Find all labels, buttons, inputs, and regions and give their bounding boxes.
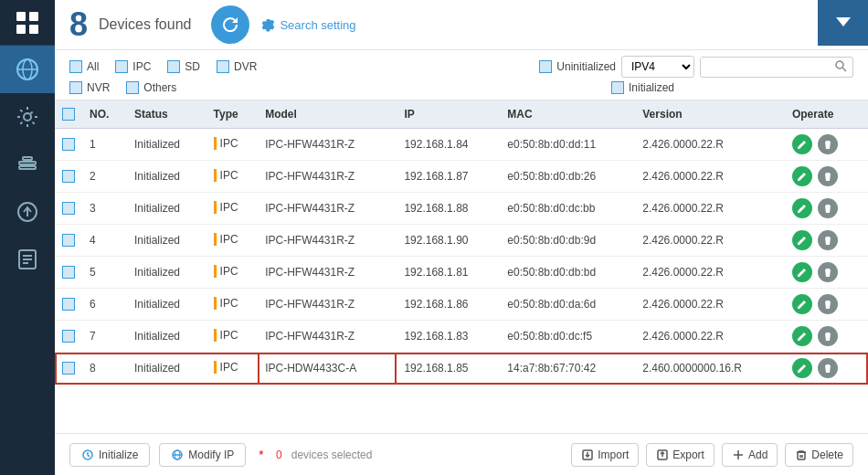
edit-icon <box>797 171 808 182</box>
row-no: 5 <box>82 257 127 289</box>
delete-icon <box>795 449 808 461</box>
row-delete-button[interactable] <box>818 198 838 218</box>
row-delete-button[interactable] <box>818 326 838 346</box>
top-right-indicator <box>818 0 868 46</box>
row-checkbox-cell <box>55 225 82 257</box>
filter-nvr-checkbox[interactable] <box>69 81 82 94</box>
row-mac: e0:50:8b:d0:db:bd <box>500 257 635 289</box>
refresh-button[interactable] <box>211 5 249 44</box>
filter-ipc[interactable]: IPC <box>115 60 151 73</box>
row-checkbox-cell <box>55 193 82 225</box>
filter-dvr[interactable]: DVR <box>217 60 257 73</box>
delete-label: Delete <box>811 449 843 461</box>
col-status: Status <box>127 100 206 129</box>
add-button[interactable]: Add <box>722 443 778 467</box>
sidebar-item-logs[interactable] <box>0 236 55 283</box>
row-type: IPC <box>206 289 259 321</box>
modify-ip-button[interactable]: Modify IP <box>159 443 246 467</box>
filter-nvr[interactable]: NVR <box>69 81 110 94</box>
row-checkbox[interactable] <box>62 170 75 183</box>
col-model: Model <box>258 100 397 129</box>
filter-others-label: Others <box>143 81 176 94</box>
filter-initialized[interactable]: Initialized <box>611 81 674 94</box>
filter-bar: All IPC SD DVR Uninitialized IPV4 <box>55 50 868 100</box>
filter-ipc-checkbox[interactable] <box>115 60 128 73</box>
select-all-checkbox[interactable] <box>62 108 75 121</box>
row-delete-button[interactable] <box>818 262 838 282</box>
filter-initialized-checkbox[interactable] <box>611 81 624 94</box>
row-operate <box>785 193 868 225</box>
row-delete-button[interactable] <box>818 134 838 154</box>
edit-button[interactable] <box>792 294 812 314</box>
row-version: 2.426.0000.22.R <box>635 129 785 161</box>
filter-others-checkbox[interactable] <box>126 81 139 94</box>
row-checkbox[interactable] <box>62 202 75 215</box>
type-badge: IPC <box>214 169 238 182</box>
filter-all[interactable]: All <box>69 60 99 73</box>
edit-button[interactable] <box>792 358 812 378</box>
selected-text: devices selected <box>291 449 373 461</box>
filter-sd[interactable]: SD <box>167 60 200 73</box>
type-bar <box>214 265 217 278</box>
filter-sd-label: SD <box>185 60 200 73</box>
type-badge: IPC <box>214 265 238 278</box>
edit-button[interactable] <box>792 166 812 186</box>
row-operate <box>785 353 868 385</box>
filter-all-checkbox[interactable] <box>69 60 82 73</box>
filter-dvr-checkbox[interactable] <box>217 60 229 73</box>
delete-button[interactable]: Delete <box>785 443 853 467</box>
refresh-icon <box>219 14 241 36</box>
search-setting-button[interactable]: Search setting <box>260 17 355 32</box>
footer-right: Import Export Add <box>571 443 853 467</box>
row-delete-button[interactable] <box>818 294 838 314</box>
search-input[interactable] <box>701 58 829 76</box>
sidebar-item-network[interactable] <box>0 46 55 93</box>
col-ip: IP <box>397 100 500 129</box>
edit-button[interactable] <box>792 198 812 218</box>
search-button[interactable] <box>829 58 852 77</box>
initialize-icon <box>81 449 94 461</box>
row-operate <box>785 321 868 353</box>
type-badge: IPC <box>214 137 238 150</box>
sidebar-item-settings[interactable] <box>0 93 55 141</box>
filter-uninitialized-checkbox[interactable] <box>539 60 552 73</box>
edit-icon <box>797 331 808 342</box>
row-checkbox[interactable] <box>62 362 75 375</box>
edit-button[interactable] <box>792 262 812 282</box>
devices-found-label: Devices found <box>99 16 191 33</box>
table-body: 1 Initialized IPC IPC-HFW4431R-Z 192.168… <box>55 129 868 385</box>
filter-uninitialized[interactable]: Uninitialized <box>539 60 616 73</box>
ipv4-select[interactable]: IPV4 IPV6 <box>621 56 694 78</box>
edit-button[interactable] <box>792 326 812 346</box>
row-checkbox[interactable] <box>62 266 75 279</box>
row-checkbox[interactable] <box>62 234 75 247</box>
filter-ipc-label: IPC <box>132 60 151 73</box>
filter-others[interactable]: Others <box>126 81 176 94</box>
row-delete-button[interactable] <box>818 358 838 378</box>
row-model: IPC-HFW4431R-Z <box>258 225 397 257</box>
svg-marker-17 <box>836 17 851 26</box>
row-type: IPC <box>206 193 259 225</box>
row-checkbox[interactable] <box>62 298 75 311</box>
filter-sd-checkbox[interactable] <box>167 60 180 73</box>
row-delete-button[interactable] <box>818 230 838 250</box>
initialize-button[interactable]: Initialize <box>69 443 150 467</box>
table-row: 7 Initialized IPC IPC-HFW4431R-Z 192.168… <box>55 321 868 353</box>
sidebar-item-upload[interactable] <box>0 188 55 236</box>
edit-button[interactable] <box>792 230 812 250</box>
row-model: IPC-HFW4431R-Z <box>258 321 397 353</box>
sidebar-item-tools[interactable] <box>0 141 55 188</box>
device-count: 8 <box>69 5 88 44</box>
device-table: NO. Status Type Model IP MAC Version Ope… <box>55 100 868 385</box>
search-icon <box>834 59 847 72</box>
export-button[interactable]: Export <box>646 443 715 467</box>
row-no: 7 <box>82 321 127 353</box>
edit-icon <box>797 267 808 278</box>
row-status: Initialized <box>127 353 206 385</box>
row-delete-button[interactable] <box>818 166 838 186</box>
row-checkbox[interactable] <box>62 330 75 343</box>
row-checkbox[interactable] <box>62 138 75 151</box>
import-button[interactable]: Import <box>571 443 639 467</box>
edit-button[interactable] <box>792 134 812 154</box>
row-operate <box>785 289 868 321</box>
